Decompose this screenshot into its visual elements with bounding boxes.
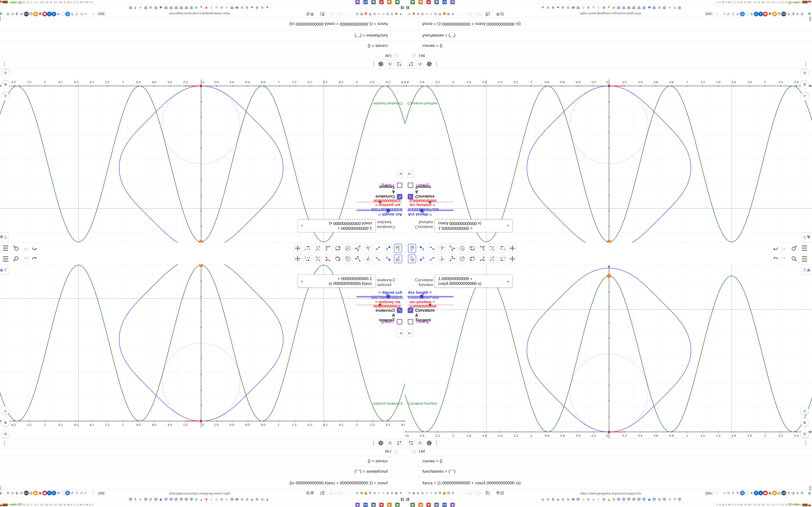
icon[interactable] [632,498,636,501]
icon[interactable] [576,498,580,501]
icon[interactable]: uo [24,491,29,495]
tool-reflect-button[interactable] [314,244,322,252]
icon[interactable]: ◆ [250,498,254,501]
folder-icon[interactable] [486,12,490,15]
icon[interactable]: ✎ [735,491,740,495]
algebra-row-curves[interactable]: curves = {} [405,41,812,51]
redo-button[interactable] [780,255,786,263]
icon[interactable]: G [194,498,198,501]
icon[interactable]: A [65,12,70,16]
icon[interactable]: ◔ [19,491,24,495]
icon[interactable] [642,498,646,501]
icon[interactable]: → [722,491,726,495]
search-button[interactable] [791,244,798,252]
icon[interactable]: ● [763,491,768,495]
taskbar-app-settings[interactable]: ✱ [426,503,431,507]
icon[interactable]: ▢ [329,491,334,495]
icon[interactable]: Я [602,6,606,9]
icon[interactable]: ▤ [777,12,781,16]
bookmark-star-icon[interactable]: ☆ [92,491,95,495]
undo-button[interactable] [31,244,38,252]
icon[interactable]: ⚙ [446,491,451,495]
visibility-marble[interactable] [410,459,415,463]
icon[interactable]: ⚙ [359,491,364,495]
algebra-settings-button[interactable] [425,60,433,68]
graphics-stylebar-toggle[interactable] [0,265,9,275]
icon[interactable]: ◉ [394,491,399,495]
icon[interactable]: ▢ [468,491,473,495]
icon[interactable]: ◌ [342,491,347,495]
taskbar-app-capture-tool[interactable]: ▦ [371,0,376,4]
icon[interactable]: Я [255,498,259,501]
icon[interactable] [230,6,234,9]
icon[interactable]: ⇓ [758,12,763,16]
icon[interactable]: ⊕ [416,12,420,16]
icon[interactable]: G [587,498,591,501]
taskbar-app-save-64[interactable]: 64 [442,503,447,507]
icon[interactable]: ▤ [777,491,781,495]
icon[interactable]: ∩ [429,491,434,495]
algebra-row-funcs[interactable]: funcs = {1.000000000000 + cos(4.00000000… [0,477,405,490]
icon[interactable]: ◑ [15,491,19,495]
icon[interactable] [627,498,630,501]
icon[interactable]: ⚒ [368,12,373,16]
icon[interactable] [627,6,630,9]
icon[interactable]: ⚙ [359,12,364,16]
taskbar-app-save-64[interactable]: 64 [363,0,368,4]
list-collapse-button[interactable]: – [394,53,398,57]
algebra-kebab-menu-right[interactable] [4,441,5,445]
icon[interactable]: G [149,498,152,501]
icon[interactable]: ○ [350,491,355,495]
icon[interactable]: A [740,12,745,16]
icon[interactable]: uo [24,12,29,16]
input-fx-button[interactable]: fx [387,439,394,447]
skip-to-end-button[interactable]: ▶❘ [396,170,403,177]
arc-length-slider-thumb[interactable] [420,294,424,299]
zoom-out-button[interactable]: ⊖ [1,69,9,77]
algebra-row-funcnames[interactable]: funcNames = {" "} [0,30,405,40]
taskbar-app-capture-tool[interactable]: ▦ [434,0,439,4]
tool-conic-button[interactable] [468,255,476,263]
icon[interactable]: ◯ [745,12,749,16]
algebra-style-button[interactable] [407,60,414,68]
tool-move-button[interactable] [394,255,402,263]
icon[interactable]: ▲ [607,498,611,501]
icon[interactable]: G [658,498,661,501]
algebra-style-button[interactable] [396,439,403,447]
taskbar-app-terminal[interactable]: ▣ [410,503,415,507]
visibility-marble[interactable] [395,481,400,486]
zoom-out-button[interactable]: ⊖ [801,69,809,77]
icon[interactable]: ◉ [265,498,269,501]
function-picker-dropdown[interactable]: 1.000000000000 + cos(4.000000000000 x) ▼ [298,275,375,288]
icon[interactable]: Я [551,6,555,9]
icon[interactable]: ⚙ [446,12,451,16]
icon[interactable]: ◌ [333,491,338,495]
icon[interactable] [617,6,620,9]
icon[interactable]: Я [551,498,555,501]
icon[interactable]: ⊕ [355,491,360,495]
visibility-marble[interactable] [410,44,415,48]
icon[interactable]: ◌ [463,491,468,495]
icon[interactable]: ▢ [337,491,342,495]
icon[interactable]: ▲ [199,6,203,9]
icon[interactable]: ▣ [767,12,772,16]
icon[interactable]: ◆ [33,491,38,495]
tool-line-button[interactable] [428,244,436,252]
icon[interactable]: ▢ [468,12,473,16]
skip-to-end-button[interactable]: ▶❘ [407,330,414,337]
icon[interactable]: ↻ [79,491,84,495]
tool-line-button[interactable] [428,255,436,263]
icon[interactable]: ● [763,12,768,16]
icon[interactable]: ↻ [79,12,84,16]
icon[interactable]: W [571,6,575,9]
search-button[interactable] [12,255,19,263]
icon[interactable] [144,6,147,9]
icon[interactable]: ✱ [139,6,142,9]
icon[interactable]: ▾ [407,12,412,16]
icon[interactable]: ◕ [442,12,447,16]
icon[interactable]: G [240,498,244,501]
icon[interactable] [174,498,178,501]
icon[interactable]: ⊕ [420,491,425,495]
bookmark-star-icon[interactable]: ☆ [715,491,718,495]
icon[interactable]: ▢ [476,12,481,16]
